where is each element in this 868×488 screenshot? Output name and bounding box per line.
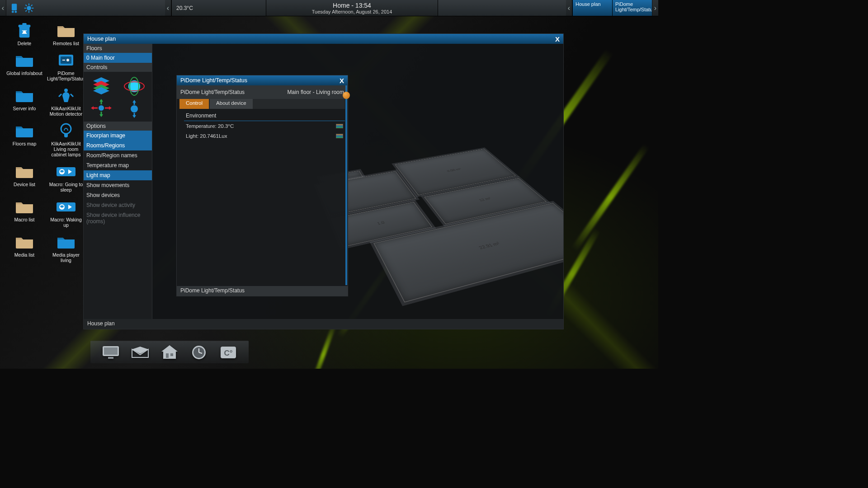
bottom-dock: C° (90, 341, 249, 363)
row-light: Light: 20.7461Lux (179, 131, 345, 141)
icon-label: Delete (18, 41, 31, 46)
svg-marker-32 (99, 114, 103, 117)
topbar-temperature[interactable]: 20.3°C (171, 0, 266, 16)
topbar-back-button[interactable]: ‹ (0, 0, 6, 16)
window-tab-houseplan[interactable]: House plan (572, 0, 612, 16)
brand-logo[interactable] (6, 0, 37, 16)
macro-icon (56, 199, 76, 215)
desktop-media-player[interactable]: Media player living (48, 233, 84, 266)
tabs-next-button[interactable]: › (652, 0, 658, 16)
section-controls-header: Controls (84, 63, 152, 72)
close-button[interactable]: X (336, 75, 348, 85)
desktop-global-info[interactable]: Global info/about (6, 52, 42, 84)
svg-marker-34 (91, 106, 94, 110)
device-name: PiDome Light/Temp/Status (180, 89, 245, 95)
dock-temperature[interactable]: C° (218, 344, 238, 361)
svg-rect-0 (12, 4, 17, 10)
svg-point-3 (27, 6, 31, 10)
option-show-devices[interactable]: Show devices (84, 190, 152, 200)
option-rooms-regions[interactable]: Rooms/Regions (84, 141, 152, 150)
option-light-map[interactable]: Light map (84, 170, 152, 180)
desktop-media-list[interactable]: Media list (6, 233, 42, 266)
macro-icon (56, 164, 76, 180)
gradient-swatch-icon[interactable] (336, 134, 343, 138)
envelope-icon (131, 346, 149, 359)
desktop-macro-sleep[interactable]: Macro: Going to sleep (48, 163, 84, 195)
svg-line-10 (25, 10, 27, 11)
device-icon (56, 52, 76, 69)
svg-point-40 (131, 105, 138, 113)
desktop-pidome-light[interactable]: PiDome Light/Temp/Status (48, 52, 84, 84)
svg-line-9 (31, 10, 33, 11)
orbit-icon[interactable] (123, 76, 146, 97)
floor-row-main[interactable]: 0 Main floor (84, 53, 152, 63)
window-title: House plan (87, 36, 116, 42)
motion-icon (56, 88, 76, 104)
topbar-clock-subtitle: Tuesday Afternoon, August 26, 2014 (312, 9, 392, 14)
svg-marker-50 (161, 345, 178, 359)
svg-point-18 (64, 89, 68, 92)
row-label: Light: 20.7461Lux (186, 133, 227, 139)
desktop-cabinet-lamps[interactable]: KlikAanKlikUit Living room cabinet lamps (48, 122, 84, 160)
desktop-delete[interactable]: Delete (6, 22, 42, 49)
layers-icon[interactable] (91, 76, 111, 94)
svg-rect-16 (61, 56, 71, 64)
desktop-macro-wake[interactable]: Macro: Waking up (48, 198, 84, 230)
dock-dashboard[interactable] (101, 344, 121, 361)
icon-label: KlikAanKlikUit Motion detector (48, 106, 84, 117)
icon-label: Floors map (13, 141, 37, 146)
home-icon (160, 344, 179, 361)
desktop-icons: Delete Remotes list Global info/about Pi… (6, 22, 84, 266)
desktop-floors-map[interactable]: Floors map (6, 122, 42, 160)
section-options-header: Options (84, 122, 152, 131)
tab-control[interactable]: Control (179, 99, 209, 109)
svg-point-17 (66, 59, 69, 61)
desktop-remotes-list[interactable]: Remotes list (48, 22, 84, 49)
window-titlebar[interactable]: House plan X (84, 34, 563, 44)
controls-3d (84, 72, 152, 122)
desktop-motion-detector[interactable]: KlikAanKlikUit Motion detector (48, 87, 84, 119)
gradient-swatch-icon[interactable] (336, 124, 343, 128)
desktop-macro-list[interactable]: Macro list (6, 198, 42, 230)
close-button[interactable]: X (552, 34, 563, 44)
option-show-movements[interactable]: Show movements (84, 180, 152, 190)
option-room-names[interactable]: Room/Region names (84, 150, 152, 160)
option-show-influence: Show device influence (rooms) (84, 210, 152, 226)
dock-mail[interactable] (131, 344, 150, 361)
svg-rect-47 (108, 357, 113, 359)
window-tab-pidome[interactable]: PiDome Light/Temp/Status (612, 0, 652, 16)
icon-label: Server info (13, 106, 36, 111)
monitor-icon (102, 345, 120, 360)
desktop-device-list[interactable]: Device list (6, 163, 42, 195)
zoom-icon[interactable] (125, 100, 143, 118)
top-bar: ‹ ‹ 20.3°C Home - 13:54 Tuesday Afternoo… (0, 0, 658, 16)
icon-label: Macro: Waking up (48, 217, 84, 228)
temp-prev-button[interactable]: ‹ (165, 0, 171, 16)
icon-label: Macro list (14, 217, 35, 222)
dialog-subheader: PiDome Light/Temp/Status Main floor - Li… (177, 85, 348, 99)
dock-home[interactable] (160, 344, 179, 361)
icon-label: Remotes list (53, 41, 79, 46)
scrollbar-thumb[interactable] (343, 92, 350, 99)
topbar-clock-title: Home - 13:54 (333, 2, 371, 9)
icon-label: KlikAanKlikUit Living room cabinet lamps (48, 141, 84, 157)
svg-line-11 (31, 5, 33, 6)
tab-about-device[interactable]: About device (210, 99, 253, 109)
pan-icon[interactable] (90, 99, 113, 117)
dock-clock[interactable] (189, 344, 208, 361)
svg-marker-30 (99, 99, 103, 102)
folder-icon (14, 164, 35, 180)
section-floors-header: Floors (84, 44, 152, 53)
dialog-footer: PiDome Light/Temp/Status (177, 286, 348, 296)
dialog-scrollbar[interactable] (345, 85, 347, 285)
temperature-icon: C° (220, 345, 237, 360)
tabs-prev-button[interactable]: ‹ (566, 0, 572, 16)
group-environment: Environment (184, 112, 345, 121)
option-floorplan-image[interactable]: Floorplan image (84, 131, 152, 141)
dialog-titlebar[interactable]: PiDome Light/Temp/Status X (177, 75, 348, 85)
option-temperature-map[interactable]: Temperature map (84, 160, 152, 170)
svg-rect-52 (170, 353, 173, 356)
row-temperature: Temperature: 20.3°C (179, 121, 345, 131)
folder-icon (14, 199, 35, 215)
desktop-server-info[interactable]: Server info (6, 87, 42, 119)
